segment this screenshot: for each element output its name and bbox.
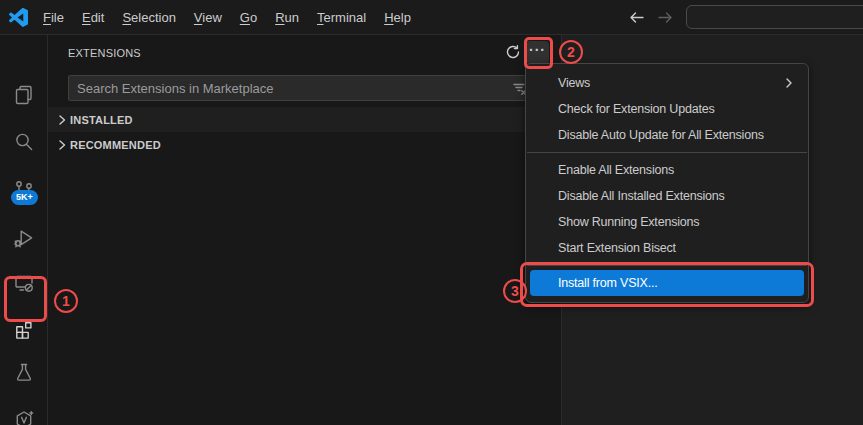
chevron-right-icon xyxy=(54,112,70,128)
sidebar-title: EXTENSIONS xyxy=(68,47,141,59)
install-from-vsix-menu-item[interactable]: Install from VSIX... xyxy=(530,270,804,296)
menubar: File Edit Selection View Go Run Terminal… xyxy=(34,0,420,35)
menu-file[interactable]: File xyxy=(34,0,73,35)
menu-help[interactable]: Help xyxy=(375,0,420,35)
menu-edit[interactable]: Edit xyxy=(73,0,113,35)
menu-separator xyxy=(527,152,807,153)
section-installed[interactable]: INSTALLED xyxy=(48,107,562,132)
extensions-more-actions-menu: Views Check for Extension Updates Disabl… xyxy=(525,63,809,303)
menu-item-disable-all-installed-extensions[interactable]: Disable All Installed Extensions xyxy=(526,183,808,209)
remote-explorer-icon[interactable] xyxy=(0,271,48,297)
more-actions-button[interactable]: ··· xyxy=(526,41,549,64)
explorer-files-icon[interactable] xyxy=(0,83,48,109)
run-and-debug-icon[interactable] xyxy=(0,226,48,252)
refresh-icon[interactable] xyxy=(504,43,522,61)
search-icon[interactable] xyxy=(0,130,48,156)
menu-run[interactable]: Run xyxy=(266,0,308,35)
menu-item-start-extension-bisect[interactable]: Start Extension Bisect xyxy=(526,235,808,261)
titlebar: File Edit Selection View Go Run Terminal… xyxy=(0,0,863,35)
vscode-logo-icon xyxy=(9,8,28,27)
command-center-search[interactable] xyxy=(686,5,863,29)
chevron-right-icon xyxy=(54,137,70,153)
menu-item-views[interactable]: Views xyxy=(526,70,808,96)
back-arrow-icon[interactable] xyxy=(627,8,646,27)
submenu-chevron-icon xyxy=(782,76,796,90)
extensions-sidebar: EXTENSIONS ··· INSTALLED RECOMMENDED xyxy=(48,35,562,425)
section-recommended-label: RECOMMENDED xyxy=(70,139,161,151)
activity-bar: 5K+ xyxy=(0,35,48,425)
menu-item-check-for-extension-updates[interactable]: Check for Extension Updates xyxy=(526,96,808,122)
vscode-window: File Edit Selection View Go Run Terminal… xyxy=(0,0,863,425)
menu-terminal[interactable]: Terminal xyxy=(308,0,375,35)
forward-arrow-icon xyxy=(656,8,675,27)
shield-v-icon[interactable] xyxy=(0,408,48,425)
menu-go[interactable]: Go xyxy=(231,0,266,35)
menu-view[interactable]: View xyxy=(185,0,231,35)
extensions-search-input[interactable] xyxy=(68,75,552,101)
source-control-badge: 5K+ xyxy=(11,190,38,205)
testing-beaker-icon[interactable] xyxy=(0,360,48,386)
menu-selection[interactable]: Selection xyxy=(113,0,184,35)
extensions-activity-icon[interactable] xyxy=(0,318,48,344)
section-installed-label: INSTALLED xyxy=(70,114,133,126)
menu-item-disable-auto-update[interactable]: Disable Auto Update for All Extensions xyxy=(526,122,808,148)
menu-item-show-running-extensions[interactable]: Show Running Extensions xyxy=(526,209,808,235)
menu-item-enable-all-extensions[interactable]: Enable All Extensions xyxy=(526,157,808,183)
section-recommended[interactable]: RECOMMENDED xyxy=(48,132,562,157)
menu-separator xyxy=(527,265,807,266)
